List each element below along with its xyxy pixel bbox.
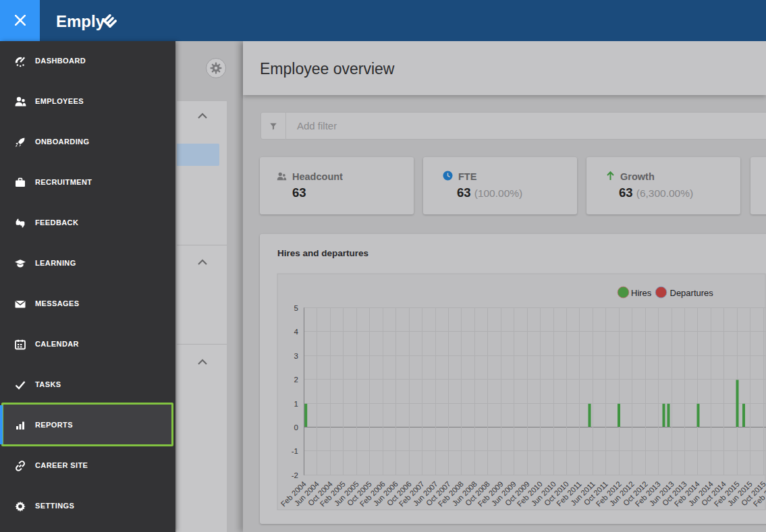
svg-text:2: 2 bbox=[294, 376, 298, 384]
svg-text:0: 0 bbox=[294, 423, 298, 432]
svg-text:Departures: Departures bbox=[670, 288, 714, 298]
svg-text:1: 1 bbox=[294, 400, 298, 408]
svg-text:-2: -2 bbox=[292, 471, 298, 479]
svg-text:-1: -1 bbox=[292, 447, 298, 455]
svg-text:3: 3 bbox=[294, 352, 298, 360]
svg-text:Hires: Hires bbox=[631, 288, 652, 298]
svg-text:5: 5 bbox=[294, 304, 298, 312]
svg-text:4: 4 bbox=[294, 328, 299, 336]
